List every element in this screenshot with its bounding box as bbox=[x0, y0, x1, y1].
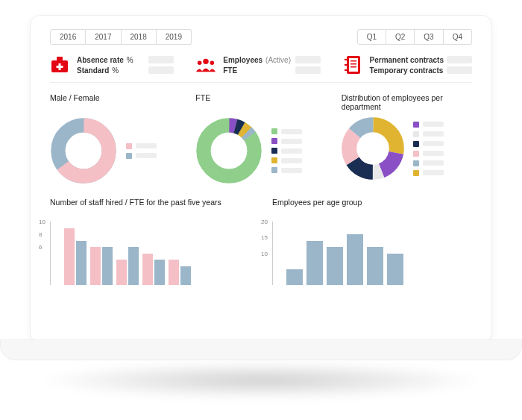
swatch-icon bbox=[126, 153, 132, 159]
chart-fte: FTE bbox=[195, 93, 326, 184]
kpi-employees: Employees(Active) FTE bbox=[196, 55, 320, 75]
swatch-icon bbox=[271, 138, 277, 144]
swatch-icon bbox=[413, 170, 419, 176]
chart-title: FTE bbox=[195, 93, 326, 111]
svg-rect-8 bbox=[349, 58, 358, 72]
kpi-unit: % bbox=[127, 56, 133, 64]
chart-title: Number of staff hired / FTE for the past… bbox=[50, 198, 250, 216]
quarter-tabs: Q1 Q2 Q3 Q4 bbox=[357, 29, 472, 45]
svg-rect-12 bbox=[350, 60, 356, 62]
legend-item bbox=[271, 167, 302, 173]
legend-placeholder bbox=[281, 129, 302, 134]
tab-quarter[interactable]: Q3 bbox=[415, 29, 443, 45]
chart-title: Employees per age group bbox=[272, 198, 472, 216]
people-icon bbox=[196, 55, 216, 75]
swatch-icon bbox=[413, 131, 419, 137]
legend-placeholder bbox=[281, 139, 302, 144]
kpi-label: FTE bbox=[223, 66, 237, 75]
legend-item bbox=[126, 143, 157, 149]
swatch-icon bbox=[413, 122, 419, 128]
legend-item bbox=[413, 122, 444, 128]
legend-placeholder bbox=[423, 160, 444, 166]
bar-chart: 6810 bbox=[50, 222, 250, 285]
legend-placeholder bbox=[423, 131, 444, 137]
kpi-absence: Absence rate% Standard% bbox=[50, 55, 174, 75]
chart-title: Distribution of employees per department bbox=[342, 93, 472, 111]
chart-hired: Number of staff hired / FTE for the past… bbox=[50, 198, 250, 285]
swatch-icon bbox=[271, 167, 277, 173]
chart-title: Male / Female bbox=[50, 93, 180, 111]
kpi-sublabel: (Active) bbox=[265, 56, 291, 64]
legend-item bbox=[271, 128, 302, 134]
laptop-frame: 2016 2017 2018 2019 Q1 Q2 Q3 Q4 Absence … bbox=[30, 15, 492, 343]
notebook-icon bbox=[343, 55, 362, 75]
dashboard-screen: 2016 2017 2018 2019 Q1 Q2 Q3 Q4 Absence … bbox=[31, 16, 491, 298]
svg-rect-1 bbox=[57, 57, 63, 60]
tab-quarter[interactable]: Q1 bbox=[357, 29, 386, 45]
value-placeholder bbox=[295, 66, 321, 74]
tab-year[interactable]: 2019 bbox=[157, 29, 192, 45]
legend-item bbox=[271, 148, 302, 154]
swatch-icon bbox=[413, 141, 419, 147]
donut-chart bbox=[342, 117, 404, 180]
svg-point-6 bbox=[210, 60, 215, 65]
laptop-base bbox=[0, 339, 522, 360]
legend-item bbox=[271, 157, 302, 163]
value-placeholder bbox=[148, 56, 174, 63]
filter-row: 2016 2017 2018 2019 Q1 Q2 Q3 Q4 bbox=[50, 29, 472, 45]
legend-placeholder bbox=[136, 153, 157, 158]
legend-item bbox=[413, 151, 444, 157]
donut-row: Male / Female FTE bbox=[50, 93, 472, 184]
legend-placeholder bbox=[423, 141, 444, 146]
svg-rect-11 bbox=[345, 69, 348, 71]
svg-rect-9 bbox=[345, 59, 348, 60]
swatch-icon bbox=[413, 151, 419, 157]
tab-quarter[interactable]: Q2 bbox=[386, 29, 415, 45]
tab-year[interactable]: 2018 bbox=[122, 29, 157, 45]
svg-point-5 bbox=[198, 60, 202, 65]
tab-year[interactable]: 2016 bbox=[50, 29, 86, 45]
bar-chart: 101520 bbox=[272, 222, 472, 285]
kpi-label: Temporary contracts bbox=[370, 66, 444, 75]
swatch-icon bbox=[271, 128, 277, 134]
legend-placeholder bbox=[136, 143, 157, 148]
value-placeholder bbox=[447, 56, 472, 63]
legend-placeholder bbox=[423, 170, 444, 175]
year-tabs: 2016 2017 2018 2019 bbox=[50, 29, 192, 45]
svg-rect-10 bbox=[345, 64, 348, 66]
svg-rect-13 bbox=[350, 63, 356, 65]
donut-chart bbox=[195, 117, 262, 184]
kpi-unit: % bbox=[112, 66, 119, 75]
value-placeholder bbox=[295, 56, 321, 63]
svg-rect-14 bbox=[350, 66, 356, 68]
kpi-label: Standard bbox=[77, 66, 109, 75]
swatch-icon bbox=[413, 160, 419, 166]
legend-placeholder bbox=[281, 148, 302, 154]
kpi-label: Absence rate bbox=[77, 56, 124, 64]
tab-year[interactable]: 2017 bbox=[86, 29, 121, 45]
legend bbox=[271, 128, 302, 173]
svg-rect-3 bbox=[57, 66, 63, 68]
kpi-label: Permanent contracts bbox=[370, 56, 444, 64]
chart-male-female: Male / Female bbox=[50, 93, 180, 184]
legend-placeholder bbox=[281, 168, 302, 173]
swatch-icon bbox=[271, 148, 277, 154]
kpi-row: Absence rate% Standard% Employees(Active… bbox=[50, 55, 472, 83]
donut-chart bbox=[50, 117, 117, 184]
legend bbox=[413, 122, 444, 176]
swatch-icon bbox=[271, 157, 277, 163]
legend-placeholder bbox=[423, 122, 444, 127]
kpi-label: Employees bbox=[223, 56, 262, 64]
bar-row: Number of staff hired / FTE for the past… bbox=[50, 198, 472, 285]
legend-placeholder bbox=[281, 158, 302, 163]
legend-item bbox=[413, 170, 444, 176]
legend-item bbox=[126, 153, 157, 159]
legend bbox=[126, 143, 157, 159]
legend-item bbox=[413, 131, 444, 137]
tab-quarter[interactable]: Q4 bbox=[444, 29, 472, 45]
legend-item bbox=[413, 160, 444, 166]
kpi-contracts: Permanent contracts Temporary contracts bbox=[343, 55, 472, 75]
chart-distribution: Distribution of employees per department bbox=[342, 93, 472, 184]
legend-item bbox=[413, 141, 444, 147]
legend-item bbox=[271, 138, 302, 144]
